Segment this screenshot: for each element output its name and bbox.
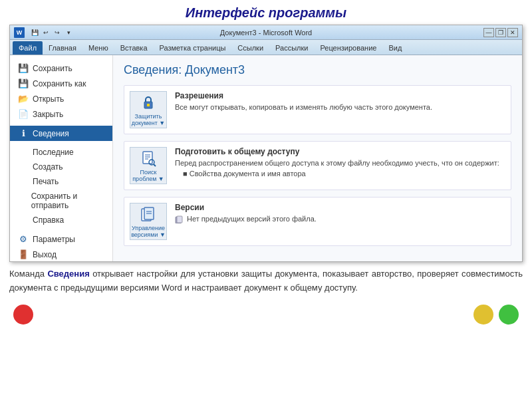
tab-file[interactable]: Файл: [13, 41, 43, 55]
tab-layout[interactable]: Разметка страницы: [154, 41, 232, 55]
sidebar-item-open-label: Открыть: [33, 94, 64, 104]
sidebar-item-close-label: Закрыть: [33, 110, 63, 119]
svg-line-7: [154, 164, 156, 166]
open-icon: 📂: [18, 94, 29, 104]
sidebar-item-recent-label: Последние: [33, 148, 74, 157]
info-panel-title: Сведения: Документ3: [124, 63, 511, 77]
manage-versions-button[interactable]: Управлениеверсиями ▼: [130, 203, 167, 240]
sidebar-item-share[interactable]: Сохранить и отправить: [10, 189, 112, 213]
restore-button[interactable]: ❐: [495, 28, 506, 37]
svg-rect-1: [147, 104, 150, 106]
dropdown-quick-icon[interactable]: ▾: [64, 28, 73, 37]
content-area: 💾 Сохранить 💾 Сохранить как 📂 Открыть 📄 …: [10, 55, 522, 261]
word-window: W 💾 ↩ ↪ ▾ Документ3 - Microsoft Word — ❐…: [9, 25, 523, 262]
prepare-text: Перед распространением общего доступа к …: [175, 158, 505, 168]
sidebar-item-exit[interactable]: 🚪 Выход: [10, 247, 112, 262]
lock-icon: [139, 93, 158, 112]
search-doc-icon: [139, 149, 158, 168]
nav-right-buttons: [473, 305, 519, 327]
permissions-title: Разрешения: [175, 91, 505, 100]
tab-home[interactable]: Главная: [43, 41, 82, 55]
sidebar-item-open[interactable]: 📂 Открыть: [10, 91, 112, 106]
saveas-icon: 💾: [18, 78, 29, 88]
sidebar-item-options-label: Параметры: [33, 235, 75, 244]
title-bar-left: W 💾 ↩ ↪ ▾: [14, 27, 76, 38]
sidebar-item-share-label: Сохранить и отправить: [31, 192, 104, 210]
info-icon: ℹ: [18, 128, 29, 138]
prepare-card: Поискпроблем ▼ Подготовить к общему дост…: [124, 141, 511, 190]
green-circle-icon: [499, 305, 519, 325]
title-bar-buttons: — ❐ ✕: [483, 28, 518, 37]
ribbon-tabs: Файл Главная Меню Вставка Разметка стран…: [10, 40, 522, 55]
versions-title: Версии: [175, 203, 505, 212]
versions-card: Управлениеверсиями ▼ Версии Нет предыдущ…: [124, 197, 511, 246]
svg-rect-13: [177, 216, 182, 223]
check-issues-button[interactable]: Поискпроблем ▼: [130, 147, 167, 184]
close-button[interactable]: ✕: [507, 28, 518, 37]
tab-view[interactable]: Вид: [382, 41, 408, 55]
versions-icon: [139, 205, 158, 223]
sidebar-item-print-label: Печать: [33, 177, 59, 186]
save-quick-icon[interactable]: 💾: [30, 28, 39, 37]
bottom-bold: Сведения: [47, 269, 89, 279]
permissions-card: Защититьдокумент ▼ Разрешения Все могут …: [124, 85, 511, 134]
minimize-button[interactable]: —: [483, 28, 494, 37]
tab-menu[interactable]: Меню: [82, 41, 114, 55]
permissions-content: Разрешения Все могут открывать, копирова…: [175, 91, 505, 112]
slide-title: Интерфейс программы: [0, 0, 532, 25]
sidebar-item-save-label: Сохранить: [33, 64, 72, 73]
check-issues-label: Поискпроблем ▼: [132, 169, 164, 182]
quick-access-toolbar: 💾 ↩ ↪ ▾: [27, 28, 76, 37]
exit-icon: 🚪: [18, 249, 29, 259]
prepare-content: Подготовить к общему доступу Перед распр…: [175, 147, 505, 178]
main-info-panel: Сведения: Документ3 Защититьдокумент ▼ Р…: [113, 55, 522, 261]
versions-small-icon: [175, 215, 183, 223]
tab-insert[interactable]: Вставка: [114, 41, 154, 55]
sidebar-item-exit-label: Выход: [33, 250, 57, 259]
bottom-prefix: Команда: [9, 269, 47, 279]
nav-left-button[interactable]: [13, 305, 33, 327]
sidebar-item-help[interactable]: Справка: [10, 213, 112, 227]
options-icon: ⚙: [18, 234, 29, 244]
red-circle-icon: [13, 305, 33, 325]
svg-rect-2: [143, 152, 152, 164]
sidebar-item-info[interactable]: ℹ Сведения: [10, 126, 112, 141]
prepare-bullet: ■ Свойства документа и имя автора: [183, 170, 505, 178]
prepare-title: Подготовить к общему доступу: [175, 147, 505, 156]
versions-content: Версии Нет предыдущих версий этого файла…: [175, 203, 505, 224]
sidebar-item-recent[interactable]: Последние: [10, 145, 112, 160]
close-doc-icon: 📄: [18, 109, 29, 119]
sidebar-item-saveas[interactable]: 💾 Сохранить как: [10, 76, 112, 91]
permissions-text: Все могут открывать, копировать и изменя…: [175, 102, 505, 112]
undo-quick-icon[interactable]: ↩: [41, 28, 51, 37]
nav-buttons: [0, 301, 532, 330]
ribbon: Файл Главная Меню Вставка Разметка стран…: [10, 40, 522, 55]
slide-container: Интерфейс программы W 💾 ↩ ↪ ▾ Документ3 …: [0, 0, 532, 330]
save-icon: 💾: [18, 63, 29, 73]
sidebar-item-help-label: Справка: [33, 215, 64, 225]
sidebar-item-save[interactable]: 💾 Сохранить: [10, 61, 112, 76]
tab-references[interactable]: Ссылки: [231, 41, 269, 55]
redo-quick-icon[interactable]: ↪: [53, 28, 62, 37]
file-sidebar: 💾 Сохранить 💾 Сохранить как 📂 Открыть 📄 …: [10, 55, 113, 261]
sidebar-item-print[interactable]: Печать: [10, 174, 112, 189]
word-logo-icon: W: [14, 27, 25, 38]
title-bar-text: Документ3 - Microsoft Word: [220, 29, 312, 37]
yellow-circle-icon: [473, 305, 493, 325]
sidebar-item-saveas-label: Сохранить как: [33, 79, 86, 88]
tab-review[interactable]: Рецензирование: [314, 41, 382, 55]
manage-versions-label: Управлениеверсиями ▼: [131, 225, 166, 238]
sidebar-item-new[interactable]: Создать: [10, 160, 112, 174]
tab-mailings[interactable]: Рассылки: [269, 41, 314, 55]
sidebar-item-new-label: Создать: [33, 162, 63, 172]
bottom-description: Команда Сведения открывает настройки для…: [9, 267, 523, 295]
sidebar-item-close[interactable]: 📄 Закрыть: [10, 106, 112, 122]
sidebar-item-options[interactable]: ⚙ Параметры: [10, 231, 112, 247]
versions-text: Нет предыдущих версий этого файла.: [175, 214, 505, 224]
protect-doc-button[interactable]: Защититьдокумент ▼: [130, 91, 167, 128]
title-bar: W 💾 ↩ ↪ ▾ Документ3 - Microsoft Word — ❐…: [10, 25, 522, 40]
sidebar-item-info-label: Сведения: [33, 129, 69, 138]
protect-doc-label: Защититьдокумент ▼: [132, 113, 165, 126]
